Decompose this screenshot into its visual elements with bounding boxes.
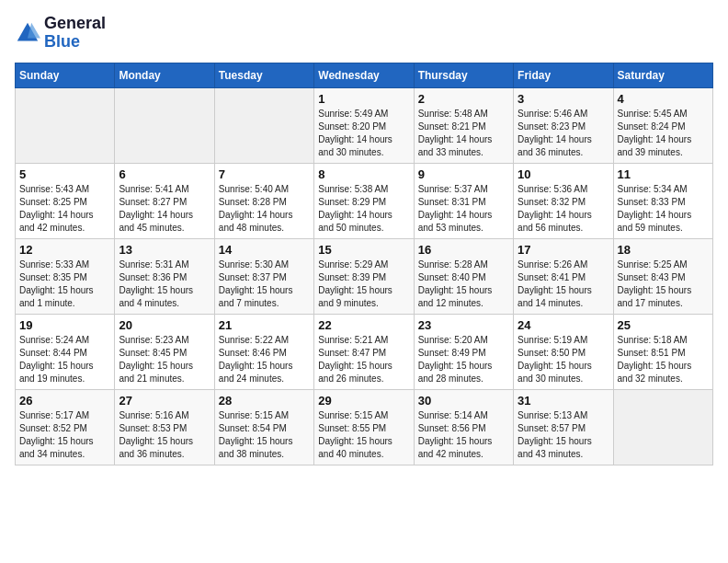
calendar-day: 13Sunrise: 5:31 AM Sunset: 8:36 PM Dayli… (115, 238, 214, 314)
day-number: 27 (119, 394, 210, 408)
day-info: Sunrise: 5:14 AM Sunset: 8:56 PM Dayligh… (418, 409, 509, 461)
day-number: 17 (518, 243, 609, 257)
day-info: Sunrise: 5:25 AM Sunset: 8:43 PM Dayligh… (618, 259, 709, 310)
day-number: 31 (518, 394, 609, 408)
calendar-day (214, 87, 313, 163)
day-number: 15 (318, 243, 409, 257)
day-info: Sunrise: 5:41 AM Sunset: 8:27 PM Dayligh… (119, 183, 210, 235)
calendar-day: 28Sunrise: 5:15 AM Sunset: 8:54 PM Dayli… (214, 389, 313, 465)
day-number: 26 (19, 394, 110, 408)
day-number: 19 (19, 318, 110, 332)
logo-text: General Blue (44, 15, 106, 52)
calendar-day: 30Sunrise: 5:14 AM Sunset: 8:56 PM Dayli… (414, 389, 513, 465)
day-info: Sunrise: 5:49 AM Sunset: 8:20 PM Dayligh… (318, 108, 409, 159)
calendar-day: 16Sunrise: 5:28 AM Sunset: 8:40 PM Dayli… (414, 238, 513, 314)
weekday-header-monday: Monday (115, 63, 214, 87)
calendar-day: 27Sunrise: 5:16 AM Sunset: 8:53 PM Dayli… (115, 389, 214, 465)
calendar-day: 8Sunrise: 5:38 AM Sunset: 8:29 PM Daylig… (314, 163, 414, 238)
day-info: Sunrise: 5:40 AM Sunset: 8:28 PM Dayligh… (219, 183, 310, 235)
day-info: Sunrise: 5:17 AM Sunset: 8:52 PM Dayligh… (19, 409, 110, 461)
day-number: 25 (618, 318, 709, 332)
calendar-day (16, 87, 115, 163)
calendar-day: 11Sunrise: 5:34 AM Sunset: 8:33 PM Dayli… (613, 163, 712, 238)
calendar-day: 29Sunrise: 5:15 AM Sunset: 8:55 PM Dayli… (314, 389, 414, 465)
calendar-day: 7Sunrise: 5:40 AM Sunset: 8:28 PM Daylig… (214, 163, 313, 238)
weekday-header-saturday: Saturday (613, 63, 712, 87)
day-info: Sunrise: 5:36 AM Sunset: 8:32 PM Dayligh… (518, 183, 609, 235)
calendar-day: 9Sunrise: 5:37 AM Sunset: 8:31 PM Daylig… (414, 163, 513, 238)
calendar-day: 21Sunrise: 5:22 AM Sunset: 8:46 PM Dayli… (214, 314, 313, 389)
weekday-header-thursday: Thursday (414, 63, 513, 87)
day-info: Sunrise: 5:24 AM Sunset: 8:44 PM Dayligh… (19, 334, 110, 385)
day-number: 10 (518, 167, 609, 181)
calendar-day: 26Sunrise: 5:17 AM Sunset: 8:52 PM Dayli… (16, 389, 115, 465)
day-number: 6 (119, 167, 210, 181)
calendar-day: 14Sunrise: 5:30 AM Sunset: 8:37 PM Dayli… (214, 238, 313, 314)
calendar-day: 18Sunrise: 5:25 AM Sunset: 8:43 PM Dayli… (613, 238, 712, 314)
day-info: Sunrise: 5:18 AM Sunset: 8:51 PM Dayligh… (618, 334, 709, 385)
calendar-day (115, 87, 214, 163)
weekday-header-friday: Friday (514, 63, 613, 87)
calendar-day: 4Sunrise: 5:45 AM Sunset: 8:24 PM Daylig… (613, 87, 712, 163)
calendar-day (613, 389, 712, 465)
day-info: Sunrise: 5:30 AM Sunset: 8:37 PM Dayligh… (219, 259, 310, 310)
day-info: Sunrise: 5:21 AM Sunset: 8:47 PM Dayligh… (318, 334, 409, 385)
day-info: Sunrise: 5:37 AM Sunset: 8:31 PM Dayligh… (418, 183, 509, 235)
day-number: 9 (418, 167, 509, 181)
calendar-week-3: 12Sunrise: 5:33 AM Sunset: 8:35 PM Dayli… (16, 238, 713, 314)
day-info: Sunrise: 5:15 AM Sunset: 8:55 PM Dayligh… (318, 409, 409, 461)
day-number: 29 (318, 394, 409, 408)
day-number: 30 (418, 394, 509, 408)
day-info: Sunrise: 5:33 AM Sunset: 8:35 PM Dayligh… (19, 259, 110, 310)
day-number: 4 (618, 92, 709, 106)
calendar-week-1: 1Sunrise: 5:49 AM Sunset: 8:20 PM Daylig… (16, 87, 713, 163)
page-header: General Blue (15, 15, 713, 52)
calendar-day: 23Sunrise: 5:20 AM Sunset: 8:49 PM Dayli… (414, 314, 513, 389)
day-number: 8 (318, 167, 409, 181)
day-info: Sunrise: 5:46 AM Sunset: 8:23 PM Dayligh… (518, 108, 609, 159)
day-info: Sunrise: 5:15 AM Sunset: 8:54 PM Dayligh… (219, 409, 310, 461)
day-number: 21 (219, 318, 310, 332)
calendar-day: 17Sunrise: 5:26 AM Sunset: 8:41 PM Dayli… (514, 238, 613, 314)
logo-icon (15, 20, 40, 46)
calendar-day: 20Sunrise: 5:23 AM Sunset: 8:45 PM Dayli… (115, 314, 214, 389)
calendar-week-5: 26Sunrise: 5:17 AM Sunset: 8:52 PM Dayli… (16, 389, 713, 465)
calendar-day: 10Sunrise: 5:36 AM Sunset: 8:32 PM Dayli… (514, 163, 613, 238)
day-info: Sunrise: 5:23 AM Sunset: 8:45 PM Dayligh… (119, 334, 210, 385)
day-number: 22 (318, 318, 409, 332)
day-number: 3 (518, 92, 609, 106)
day-number: 24 (518, 318, 609, 332)
weekday-header-tuesday: Tuesday (214, 63, 313, 87)
day-info: Sunrise: 5:29 AM Sunset: 8:39 PM Dayligh… (318, 259, 409, 310)
calendar-day: 25Sunrise: 5:18 AM Sunset: 8:51 PM Dayli… (613, 314, 712, 389)
day-number: 14 (219, 243, 310, 257)
calendar-day: 5Sunrise: 5:43 AM Sunset: 8:25 PM Daylig… (16, 163, 115, 238)
calendar-day: 12Sunrise: 5:33 AM Sunset: 8:35 PM Dayli… (16, 238, 115, 314)
calendar-day: 15Sunrise: 5:29 AM Sunset: 8:39 PM Dayli… (314, 238, 414, 314)
calendar-day: 3Sunrise: 5:46 AM Sunset: 8:23 PM Daylig… (514, 87, 613, 163)
calendar-header: SundayMondayTuesdayWednesdayThursdayFrid… (16, 63, 713, 87)
day-info: Sunrise: 5:34 AM Sunset: 8:33 PM Dayligh… (618, 183, 709, 235)
day-info: Sunrise: 5:22 AM Sunset: 8:46 PM Dayligh… (219, 334, 310, 385)
day-info: Sunrise: 5:13 AM Sunset: 8:57 PM Dayligh… (518, 409, 609, 461)
day-number: 7 (219, 167, 310, 181)
calendar-day: 19Sunrise: 5:24 AM Sunset: 8:44 PM Dayli… (16, 314, 115, 389)
day-number: 12 (19, 243, 110, 257)
day-info: Sunrise: 5:20 AM Sunset: 8:49 PM Dayligh… (418, 334, 509, 385)
day-number: 16 (418, 243, 509, 257)
day-info: Sunrise: 5:16 AM Sunset: 8:53 PM Dayligh… (119, 409, 210, 461)
day-number: 2 (418, 92, 509, 106)
day-info: Sunrise: 5:26 AM Sunset: 8:41 PM Dayligh… (518, 259, 609, 310)
calendar-day: 22Sunrise: 5:21 AM Sunset: 8:47 PM Dayli… (314, 314, 414, 389)
calendar-week-2: 5Sunrise: 5:43 AM Sunset: 8:25 PM Daylig… (16, 163, 713, 238)
day-info: Sunrise: 5:38 AM Sunset: 8:29 PM Dayligh… (318, 183, 409, 235)
calendar-table: SundayMondayTuesdayWednesdayThursdayFrid… (15, 63, 713, 465)
calendar-day: 24Sunrise: 5:19 AM Sunset: 8:50 PM Dayli… (514, 314, 613, 389)
day-info: Sunrise: 5:43 AM Sunset: 8:25 PM Dayligh… (19, 183, 110, 235)
calendar-week-4: 19Sunrise: 5:24 AM Sunset: 8:44 PM Dayli… (16, 314, 713, 389)
day-info: Sunrise: 5:48 AM Sunset: 8:21 PM Dayligh… (418, 108, 509, 159)
day-number: 13 (119, 243, 210, 257)
calendar-day: 2Sunrise: 5:48 AM Sunset: 8:21 PM Daylig… (414, 87, 513, 163)
logo: General Blue (15, 15, 106, 52)
day-info: Sunrise: 5:28 AM Sunset: 8:40 PM Dayligh… (418, 259, 509, 310)
